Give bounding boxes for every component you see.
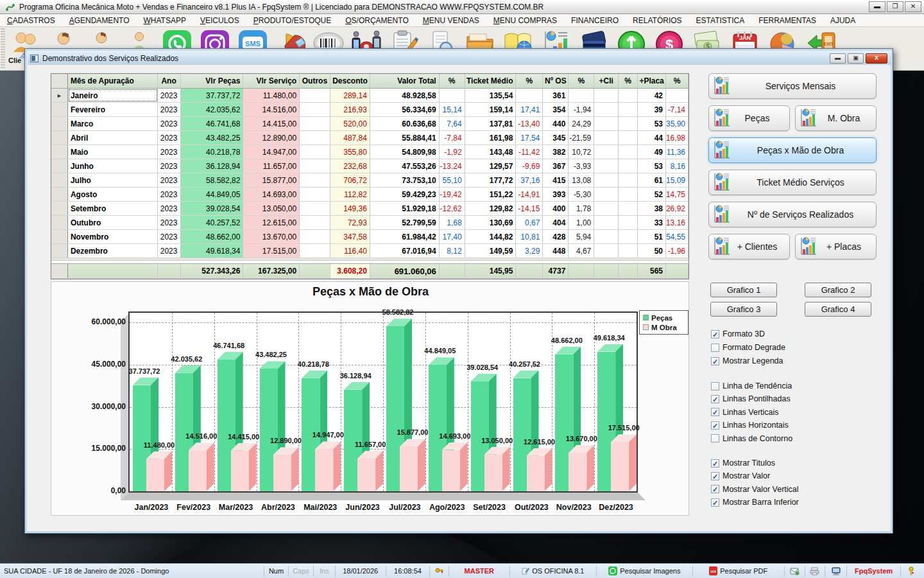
dialog-minimize-button[interactable]: ▬ [830, 53, 846, 64]
cell[interactable]: 415 [543, 173, 569, 187]
menu-item-menu-vendas[interactable]: MENU VENDAS [416, 14, 486, 27]
column-header-8[interactable]: % [440, 74, 465, 88]
close-button[interactable]: ✕ [905, 1, 921, 12]
table-row[interactable]: ►Janeiro202337.737,7211.480,00289,1448.9… [51, 89, 689, 103]
cell[interactable]: 53 [638, 159, 666, 173]
cell[interactable]: 361 [543, 89, 569, 102]
cell[interactable] [619, 216, 638, 229]
cell[interactable]: Fevereiro [68, 103, 158, 116]
dialog-maximize-button[interactable]: ▣ [848, 53, 864, 64]
cell[interactable]: 54,55 [666, 230, 689, 243]
cell[interactable]: 129,57 [465, 159, 517, 173]
cell[interactable]: 2023 [158, 103, 181, 116]
cell[interactable]: 55.884,41 [370, 131, 440, 144]
cell[interactable]: -1,94 [569, 103, 594, 116]
graph-button-2[interactable]: Grafico 2 [805, 283, 871, 297]
menu-item-relat-rios[interactable]: RELATÓRIOS [626, 14, 689, 27]
cell[interactable]: 39 [638, 103, 666, 116]
cell[interactable]: Julho [68, 173, 158, 187]
cell[interactable]: 8,12 [440, 244, 465, 258]
cell[interactable]: 7,64 [440, 117, 465, 130]
menu-item-veiculos[interactable]: VEICULOS [193, 14, 246, 27]
cell[interactable]: Setembro [68, 202, 158, 215]
cell[interactable] [300, 188, 330, 201]
cell[interactable]: 49 [638, 145, 666, 159]
row-selector[interactable] [51, 117, 68, 130]
cell[interactable]: 428 [543, 230, 569, 243]
cell[interactable]: 0,67 [516, 216, 543, 229]
cell[interactable] [594, 202, 619, 215]
column-header-1[interactable]: Mês de Apuração [68, 74, 158, 88]
cell[interactable] [619, 188, 638, 201]
cell[interactable]: 151,22 [465, 188, 517, 201]
report-button-ticket-m-dio-servi-os[interactable]: Ticket Médio Serviços [708, 170, 877, 195]
cell[interactable] [619, 145, 638, 159]
cell[interactable]: Outubro [68, 216, 158, 229]
cell[interactable] [594, 117, 619, 130]
cell[interactable] [594, 145, 619, 159]
cell[interactable] [440, 89, 465, 102]
cell[interactable]: 2023 [158, 145, 181, 159]
cell[interactable]: 11.480,00 [243, 89, 300, 102]
cell[interactable]: -7,84 [440, 131, 465, 144]
table-row[interactable]: Fevereiro202342.035,6214.516,00216,9356.… [51, 103, 689, 117]
cell[interactable]: 53 [638, 117, 666, 130]
cell[interactable]: -1,92 [440, 145, 465, 159]
cell[interactable]: 60.636,68 [370, 117, 440, 130]
cell[interactable]: 37.737,72 [181, 89, 244, 102]
cell[interactable]: 17.515,00 [243, 244, 300, 258]
cell[interactable]: 440 [543, 117, 569, 130]
table-row[interactable]: Setembro202339.028,5413.050,00149,3651.9… [51, 202, 689, 216]
cell[interactable] [594, 244, 619, 258]
cell[interactable]: -3,93 [569, 159, 594, 173]
cell[interactable]: 44.849,05 [181, 188, 244, 201]
cell[interactable]: 2023 [158, 202, 181, 215]
cell[interactable]: 40.218,78 [181, 145, 244, 159]
report-button-servi-os-mensais[interactable]: Serviços Mensais [708, 73, 877, 99]
column-header-14[interactable]: % [619, 74, 638, 88]
status-computer-button[interactable] [825, 566, 847, 577]
cell[interactable]: 59.429,23 [370, 188, 440, 201]
cell[interactable]: 39.028,54 [181, 202, 244, 215]
cell[interactable]: 2023 [158, 173, 181, 187]
row-selector[interactable] [51, 159, 68, 173]
cell[interactable]: 393 [543, 188, 569, 201]
cell[interactable]: 38 [638, 202, 666, 215]
cell[interactable]: 177,72 [465, 173, 517, 187]
cell[interactable] [516, 89, 543, 102]
cell[interactable] [619, 117, 638, 130]
cell[interactable]: 35,90 [666, 117, 689, 130]
cell[interactable]: 72,93 [330, 216, 370, 229]
cell[interactable]: 5,94 [569, 230, 594, 243]
menu-item-cadastros[interactable]: CADASTROS [0, 14, 62, 27]
cell[interactable]: -14,15 [516, 202, 543, 215]
status-search-images-button[interactable]: Pesquisar Imagens [597, 566, 692, 577]
report-button-pe-as[interactable]: Peças [708, 105, 790, 131]
cell[interactable]: Dezembro [68, 244, 158, 258]
graph-button-4[interactable]: Grafico 4 [805, 302, 871, 317]
cell[interactable] [300, 202, 330, 215]
cell[interactable]: -16,98 [666, 131, 689, 144]
menu-item-ferramentas[interactable]: FERRAMENTAS [751, 14, 823, 27]
cell[interactable]: 48.928,58 [370, 89, 440, 102]
column-header-7[interactable]: Valor Total [370, 74, 440, 88]
cell[interactable]: 44 [638, 131, 666, 144]
cell[interactable]: 2023 [158, 230, 181, 243]
cell[interactable]: 42 [638, 89, 666, 102]
checkbox-linhas-de-contorno[interactable]: Linhas de Contorno [711, 434, 792, 444]
cell[interactable]: 37,16 [516, 173, 543, 187]
cell[interactable]: 355,80 [330, 145, 370, 159]
cell[interactable]: 46.741,68 [181, 117, 244, 130]
cell[interactable] [619, 244, 638, 258]
cell[interactable]: 14.516,00 [243, 103, 300, 116]
status-email-button[interactable] [785, 566, 805, 577]
row-selector[interactable] [51, 145, 68, 159]
cell[interactable]: Novembro [68, 230, 158, 243]
cell[interactable]: 404 [543, 216, 569, 229]
cell[interactable]: 40.257,52 [181, 216, 244, 229]
checkbox-mostrar-titulos[interactable]: ✓Mostrar Titulos [711, 458, 775, 468]
cell[interactable]: 14.415,00 [243, 117, 300, 130]
cell[interactable] [619, 131, 638, 144]
cell[interactable]: 42.035,62 [181, 103, 244, 116]
cell[interactable]: 47.553,26 [370, 159, 440, 173]
